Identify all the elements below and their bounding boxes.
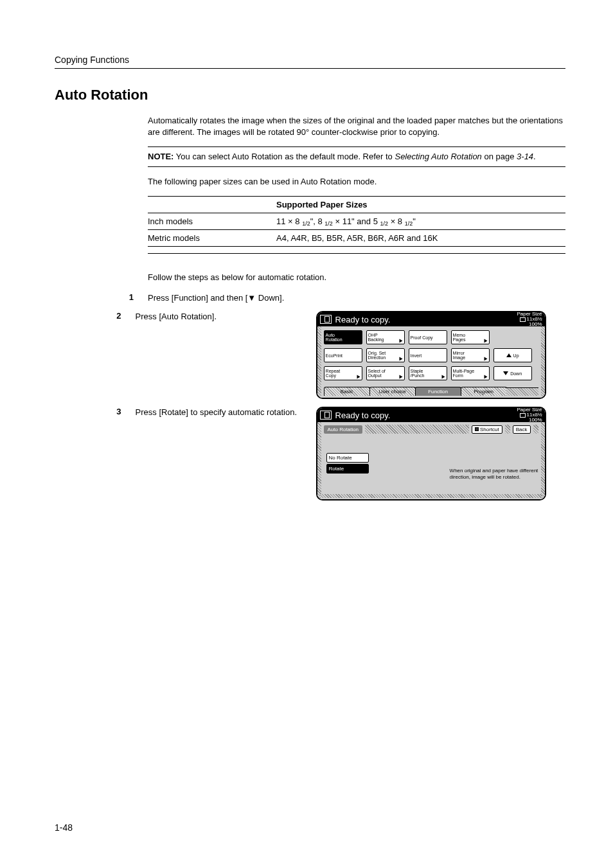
register-icon bbox=[475, 427, 479, 431]
no-rotate-button[interactable]: No Rotate bbox=[326, 453, 369, 463]
note-text-2: on page bbox=[482, 152, 517, 161]
page-number: 1-48 bbox=[55, 822, 73, 833]
shortcut-button[interactable]: Shortcut bbox=[472, 425, 502, 434]
copy-icon bbox=[320, 315, 332, 324]
note-page-ref: 3-14 bbox=[517, 152, 533, 161]
ecoprint-button[interactable]: EcoPrint bbox=[324, 348, 362, 362]
tab-program[interactable]: Program bbox=[461, 387, 507, 396]
follow-paragraph: Follow the steps as below for automatic … bbox=[148, 272, 565, 283]
memo-pages-button[interactable]: Memo Pages bbox=[451, 330, 490, 344]
lcd-header: Ready to copy. Paper Size 11x8½ 100% bbox=[317, 312, 545, 326]
copy-icon bbox=[320, 411, 332, 420]
back-button[interactable]: Back bbox=[513, 425, 531, 434]
step-number: 2 bbox=[55, 311, 136, 321]
sizes-cell: A4, A4R, B5, B5R, A5R, B6R, A6R and 16K bbox=[276, 230, 565, 247]
triangle-up-icon bbox=[506, 353, 511, 357]
multipage-form-button[interactable]: Multi-Page Form bbox=[451, 366, 490, 380]
hint-text: When original and paper have differentdi… bbox=[450, 468, 540, 480]
model-cell: Inch models bbox=[148, 213, 276, 230]
step-number: 3 bbox=[55, 407, 136, 416]
note-ref: Selecting Auto Rotation bbox=[395, 152, 481, 161]
table-row: Metric models A4, A4R, B5, B5R, A5R, B6R… bbox=[148, 230, 565, 247]
tab-basic[interactable]: Basic bbox=[324, 387, 370, 396]
select-output-button[interactable]: Select of Output bbox=[366, 366, 405, 380]
tab-function[interactable]: Function bbox=[415, 387, 461, 396]
step-text: Press [Auto Rotation]. bbox=[136, 311, 306, 399]
sizes-intro: The following paper sizes can be used in… bbox=[148, 176, 565, 188]
lcd-panel-auto-rotation: Ready to copy. Paper Size 11x8½ 100% Aut… bbox=[316, 407, 546, 500]
note-box: NOTE: You can select Auto Rotation as th… bbox=[148, 146, 565, 167]
section-title: Auto Rotation bbox=[55, 87, 565, 103]
table-header-empty bbox=[148, 197, 276, 213]
step-text: Press [Rotate] to specify automatic rota… bbox=[136, 407, 306, 500]
note-text-1: You can select Auto Rotation as the defa… bbox=[173, 152, 395, 161]
tab-user-choice[interactable]: User choice bbox=[369, 387, 416, 396]
orig-set-direction-button[interactable]: Orig. Set Direction bbox=[366, 348, 405, 362]
step-text: Press [Function] and then [▼ Down]. bbox=[148, 292, 565, 304]
screen-name: Auto Rotation bbox=[324, 425, 362, 434]
mirror-image-button[interactable]: Mirror Image bbox=[451, 348, 490, 362]
lcd-status: Ready to copy. bbox=[335, 315, 517, 324]
repeat-copy-button[interactable]: Repeat Copy bbox=[324, 366, 362, 380]
ohp-backing-button[interactable]: OHP Backing bbox=[366, 330, 405, 344]
tab-filler bbox=[506, 387, 538, 396]
lcd-status: Ready to copy. bbox=[335, 411, 517, 420]
lcd-panel-function: Ready to copy. Paper Size 11x8½ 100% Aut bbox=[316, 311, 546, 399]
table-row bbox=[148, 247, 565, 254]
auto-rotation-button[interactable]: Auto Rotation bbox=[324, 330, 362, 344]
invert-button[interactable]: Invert bbox=[409, 348, 447, 362]
up-button[interactable]: Up bbox=[493, 348, 532, 362]
triangle-down-icon bbox=[503, 371, 508, 375]
running-header: Copying Functions bbox=[55, 55, 565, 69]
rotate-button[interactable]: Rotate bbox=[326, 464, 369, 474]
table-header-sizes: Supported Paper Sizes bbox=[276, 197, 565, 213]
proof-copy-button[interactable]: Proof Copy bbox=[409, 330, 447, 344]
paper-info: Paper Size 11x8½ 100% bbox=[517, 312, 544, 327]
model-cell: Metric models bbox=[148, 230, 276, 247]
lcd-header: Ready to copy. Paper Size 11x8½ 100% bbox=[317, 408, 545, 422]
staple-punch-button[interactable]: Staple /Punch bbox=[409, 366, 447, 380]
note-end: . bbox=[533, 152, 536, 161]
note-label: NOTE: bbox=[148, 152, 173, 161]
step-number: 1 bbox=[55, 292, 148, 302]
paper-sizes-table: Supported Paper Sizes Inch models 11 × 8… bbox=[148, 196, 565, 254]
intro-paragraph: Automatically rotates the image when the… bbox=[148, 115, 565, 137]
sizes-cell: 11 × 8 1/2", 8 1/2 × 11" and 5 1/2 × 8 1… bbox=[276, 213, 565, 230]
down-button[interactable]: Down bbox=[493, 366, 532, 380]
nav-placeholder bbox=[493, 330, 532, 344]
paper-info: Paper Size 11x8½ 100% bbox=[517, 407, 544, 423]
table-row: Inch models 11 × 8 1/2", 8 1/2 × 11" and… bbox=[148, 213, 565, 230]
